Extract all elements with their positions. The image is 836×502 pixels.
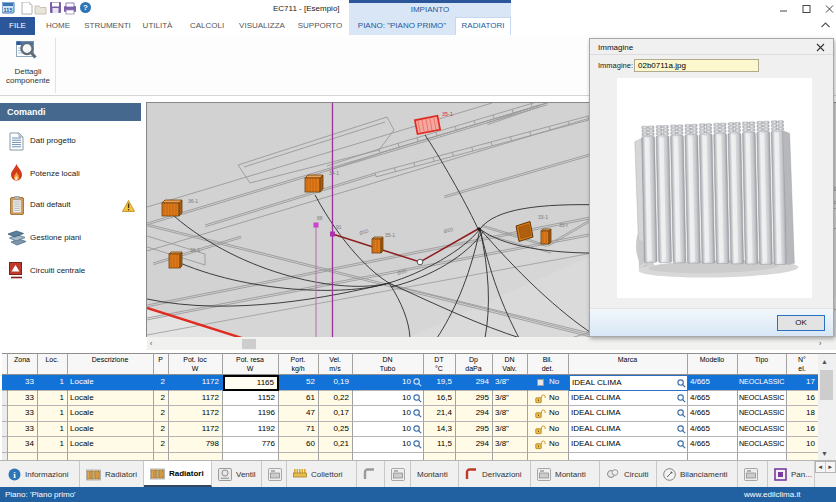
svg-text:33-1: 33-1 [538, 214, 548, 220]
svg-text:115: 115 [4, 7, 13, 13]
svg-text:35-1: 35-1 [385, 232, 395, 238]
svg-text:88: 88 [317, 215, 323, 221]
svg-text:33-r: 33-r [559, 222, 568, 228]
svg-text:35-1: 35-1 [442, 111, 453, 117]
svg-text:91: 91 [336, 224, 342, 230]
svg-text:36-1: 36-1 [190, 247, 200, 253]
svg-text:36-1: 36-1 [188, 198, 198, 204]
svg-text:?: ? [83, 3, 88, 12]
svg-text:34-1: 34-1 [329, 170, 339, 176]
